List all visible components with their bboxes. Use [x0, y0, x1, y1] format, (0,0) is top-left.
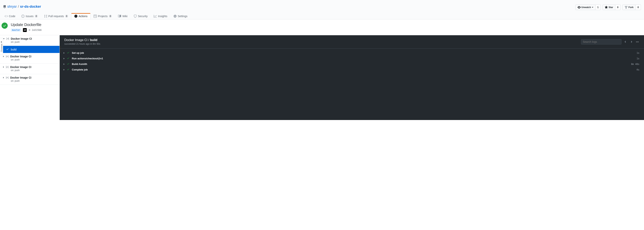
- eye-icon: [578, 6, 581, 9]
- run-header: Update Dockerfile master SR 2a515b6: [0, 20, 644, 35]
- chevron-right-icon: [630, 41, 632, 43]
- repo-icon: [3, 5, 6, 8]
- tab-settings[interactable]: Settings: [170, 13, 191, 19]
- gear-icon: [174, 15, 176, 18]
- graph-icon: [154, 15, 157, 18]
- run-title: Update Dockerfile: [11, 22, 42, 27]
- fork-icon: [624, 6, 628, 9]
- octotree-label: Octotree: [0, 44, 3, 52]
- octotree-toggle[interactable]: Octotree: [0, 38, 3, 55]
- status-success-icon: [2, 22, 8, 29]
- workflow-group-header[interactable]: Docker Image CI: [3, 55, 58, 58]
- play-icon: [74, 15, 78, 18]
- tab-insights[interactable]: Insights: [150, 13, 170, 19]
- fork-button[interactable]: Fork: [622, 4, 636, 10]
- workflow-group: Docker Image CIon: push: [0, 74, 60, 85]
- workflow-name: Docker Image CI: [10, 55, 32, 58]
- caret-right-icon: [3, 56, 4, 57]
- fork-count[interactable]: 0: [636, 4, 641, 10]
- star-icon: [605, 6, 608, 9]
- workflow-icon: [6, 37, 9, 40]
- tab-pulls[interactable]: Pull requests 0: [41, 13, 72, 19]
- star-button[interactable]: Star: [602, 4, 615, 10]
- workflow-trigger: on: push: [11, 58, 58, 61]
- tab-issues[interactable]: Issues 0: [18, 13, 41, 19]
- pagehead-actions: Unwatch 1 Star 0 Fork 0: [576, 4, 641, 10]
- log-subtitle: succeeded 21 hours ago in 8m 50s: [64, 42, 100, 45]
- workflow-trigger: on: push: [11, 41, 58, 43]
- caret-right-icon: [3, 66, 4, 68]
- check-icon: [67, 68, 70, 71]
- step-duration: 0s: [637, 68, 640, 71]
- workflow-name: Docker Image CI: [10, 66, 32, 68]
- code-icon: [4, 15, 8, 18]
- step-name: Set up job: [72, 52, 634, 54]
- repo-title: shrysr / sr-ds-docker: [3, 4, 41, 9]
- workflow-icon: [6, 55, 9, 58]
- search-logs-input[interactable]: [581, 39, 622, 44]
- workflow-name: Docker Image CI: [11, 37, 32, 40]
- pulls-count: 0: [65, 15, 68, 18]
- chevron-right-icon: [0, 41, 2, 43]
- unwatch-label: Unwatch: [582, 6, 591, 9]
- caret-right-icon: [64, 64, 64, 65]
- job-name: build: [11, 48, 16, 51]
- step-duration: 8m 48s: [631, 63, 640, 66]
- workflow-group-header[interactable]: Docker Image CI: [3, 76, 58, 79]
- workflow-trigger: on: push: [11, 69, 58, 72]
- next-result-button[interactable]: [629, 40, 634, 44]
- step-duration: 1s: [637, 57, 640, 60]
- log-panel: Docker Image CI / build succeeded 21 hou…: [60, 35, 644, 120]
- repo-sep: /: [18, 4, 19, 9]
- workflow-group: Docker Image CIon: push: [0, 35, 60, 46]
- tab-code[interactable]: Code: [2, 13, 18, 19]
- step-row[interactable]: Complete job0s: [60, 67, 644, 72]
- step-row[interactable]: Build Asmith8m 48s: [60, 61, 644, 67]
- repo-name-link[interactable]: sr-ds-docker: [20, 4, 41, 9]
- step-name: Complete job: [72, 68, 634, 71]
- watch-count[interactable]: 1: [596, 4, 601, 10]
- commit-icon: [28, 29, 31, 32]
- reponav: Code Issues 0 Pull requests 0 Actions Pr…: [0, 13, 644, 19]
- prev-result-button[interactable]: [623, 40, 628, 44]
- step-duration: 1s: [637, 52, 640, 54]
- issue-icon: [22, 15, 24, 18]
- job-item-build[interactable]: build: [0, 46, 60, 53]
- log-menu-button[interactable]: [635, 41, 640, 43]
- project-icon: [94, 15, 97, 18]
- workflow-icon: [6, 66, 9, 68]
- star-label: Star: [608, 6, 613, 9]
- log-title: Docker Image CI / build: [64, 38, 100, 42]
- workflow-name: Docker Image CI: [10, 76, 32, 79]
- tab-wiki[interactable]: Wiki: [115, 13, 130, 19]
- check-icon: [67, 51, 70, 54]
- caret-right-icon: [64, 69, 64, 70]
- issues-count: 0: [35, 15, 38, 18]
- projects-count: 0: [109, 15, 112, 18]
- shield-icon: [134, 15, 137, 18]
- tab-actions[interactable]: Actions: [71, 13, 90, 19]
- check-icon: [67, 57, 70, 60]
- fork-label: Fork: [628, 6, 634, 9]
- tab-security[interactable]: Security: [130, 13, 151, 19]
- avatar[interactable]: SR: [23, 28, 27, 32]
- unwatch-button[interactable]: Unwatch: [576, 4, 596, 10]
- step-row[interactable]: Run actions/checkout@v11s: [60, 56, 644, 61]
- tab-projects[interactable]: Projects 0: [90, 13, 115, 19]
- commit-sha[interactable]: 2a515b6: [28, 29, 42, 32]
- star-count[interactable]: 0: [615, 4, 621, 10]
- workflow-group-header[interactable]: Docker Image CI: [3, 37, 58, 40]
- check-icon: [67, 62, 70, 66]
- caret-right-icon: [3, 77, 4, 78]
- check-icon: [6, 48, 9, 51]
- caret-right-icon: [64, 52, 64, 54]
- repo-owner-link[interactable]: shrysr: [7, 4, 17, 9]
- workflow-group-header[interactable]: Docker Image CI: [3, 66, 58, 68]
- workflow-icon: [6, 76, 9, 79]
- workflow-group: Docker Image CIon: push: [0, 53, 60, 64]
- step-row[interactable]: Set up job1s: [60, 50, 644, 56]
- step-name: Run actions/checkout@v1: [72, 57, 634, 60]
- chevron-left-icon: [624, 41, 626, 43]
- repo-header: shrysr / sr-ds-docker Unwatch 1 Star 0: [0, 0, 644, 20]
- branch-label[interactable]: master: [11, 28, 22, 32]
